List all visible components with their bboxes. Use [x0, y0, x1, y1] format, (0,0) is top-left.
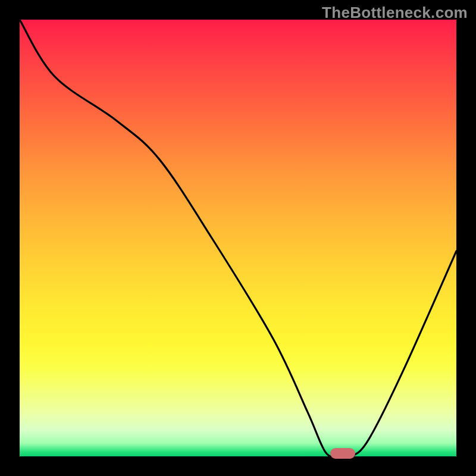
optimum-marker — [330, 448, 355, 459]
chart-frame: TheBottleneck.com — [0, 0, 476, 476]
plot-area — [20, 20, 456, 456]
bottleneck-curve — [20, 20, 456, 456]
